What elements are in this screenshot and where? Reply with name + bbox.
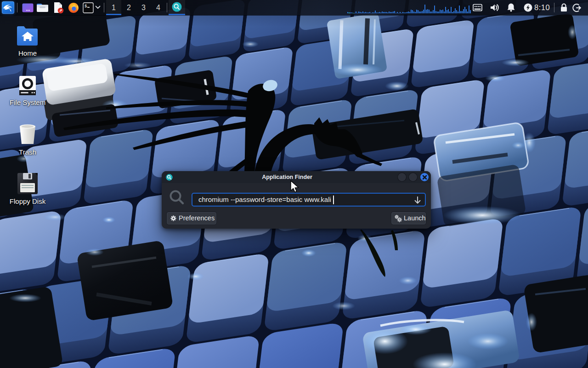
svg-text:$: $ [85,4,87,9]
